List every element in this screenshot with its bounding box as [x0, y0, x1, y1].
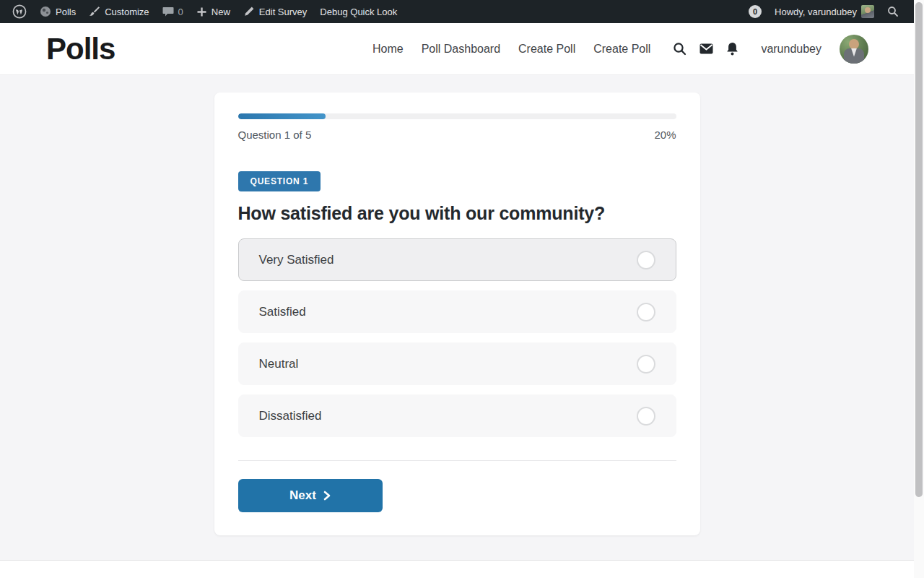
bell-icon[interactable] — [726, 42, 738, 56]
question-number-badge: QUESTION 1 — [238, 171, 321, 191]
question-title: How satisfied are you with our community… — [238, 203, 676, 224]
survey-card: Question 1 of 5 20% QUESTION 1 How satis… — [214, 92, 700, 535]
question-step-label: Question 1 of 5 — [238, 129, 312, 141]
footer-strip — [0, 560, 914, 578]
page: Polls Customize 0 New — [0, 0, 924, 578]
divider — [238, 460, 676, 461]
debug-quick-look-label: Debug Quick Look — [320, 7, 397, 17]
nav-icons — [673, 42, 738, 56]
customize-brush-icon — [89, 6, 100, 17]
updates-count-badge: 0 — [749, 5, 762, 18]
nav-poll-dashboard[interactable]: Poll Dashboard — [422, 43, 500, 56]
progress-percent-label: 20% — [654, 129, 676, 141]
option-label: Satisfied — [259, 305, 306, 319]
admin-bar-updates[interactable]: 0 — [742, 0, 768, 23]
admin-bar-left: Polls Customize 0 New — [6, 0, 404, 23]
howdy-label: Howdy, varundubey — [775, 7, 857, 17]
admin-bar-customize[interactable]: Customize — [82, 0, 155, 23]
radio-button[interactable] — [637, 251, 655, 269]
header-username[interactable]: varundubey — [761, 43, 821, 56]
option-satisfied[interactable]: Satisfied — [238, 290, 676, 333]
plus-icon — [196, 7, 207, 17]
header-search-icon[interactable] — [673, 42, 687, 56]
nav-create-poll-2[interactable]: Create Poll — [593, 43, 650, 56]
new-label: New — [212, 7, 230, 17]
comment-bubble-icon — [162, 7, 174, 17]
progress-labels: Question 1 of 5 20% — [238, 129, 676, 141]
nav-home[interactable]: Home — [372, 43, 404, 56]
admin-bar-search[interactable] — [881, 0, 905, 23]
admin-bar-site-name[interactable]: Polls — [33, 0, 82, 23]
radio-button[interactable] — [637, 355, 655, 374]
nav-create-poll-1[interactable]: Create Poll — [518, 43, 575, 56]
admin-bar-new[interactable]: New — [190, 0, 237, 23]
next-button[interactable]: Next — [238, 479, 383, 512]
main-nav: Home Poll Dashboard Create Poll Create P… — [372, 35, 868, 64]
admin-bar-debug-quick-look[interactable]: Debug Quick Look — [313, 0, 404, 23]
next-button-label: Next — [289, 488, 316, 503]
chevron-right-icon — [323, 491, 331, 501]
option-very-satisfied[interactable]: Very Satisfied — [238, 238, 676, 281]
wp-logo-menu[interactable] — [6, 0, 33, 23]
avatar-figure — [849, 39, 859, 49]
admin-bar-comments[interactable]: 0 — [156, 0, 190, 23]
edit-survey-label: Edit Survey — [259, 7, 307, 17]
radio-button[interactable] — [637, 407, 655, 426]
admin-bar-right: 0 Howdy, varundubey — [742, 0, 905, 23]
pencil-icon — [243, 6, 255, 17]
radio-button[interactable] — [637, 303, 655, 322]
admin-avatar — [861, 5, 874, 18]
progress-fill — [238, 113, 326, 119]
progress-bar-track — [238, 113, 676, 119]
option-dissatisfied[interactable]: Dissatisfied — [238, 394, 676, 437]
mail-icon[interactable] — [699, 43, 713, 54]
search-icon — [887, 6, 899, 17]
site-header: Polls Home Poll Dashboard Create Poll Cr… — [0, 23, 914, 75]
site-logo[interactable]: Polls — [46, 32, 115, 66]
scrollbar-thumb[interactable] — [915, 2, 923, 497]
customize-label: Customize — [105, 7, 149, 17]
option-label: Dissatisfied — [259, 409, 322, 423]
scrollbar-track[interactable] — [914, 0, 924, 578]
admin-bar-my-account[interactable]: Howdy, varundubey — [768, 0, 881, 23]
wp-admin-bar: Polls Customize 0 New — [0, 0, 914, 23]
option-neutral[interactable]: Neutral — [238, 342, 676, 385]
option-label: Very Satisfied — [259, 253, 334, 267]
admin-bar-edit-survey[interactable]: Edit Survey — [237, 0, 313, 23]
option-label: Neutral — [259, 357, 299, 371]
comment-count: 0 — [178, 7, 183, 17]
wordpress-logo-icon — [12, 4, 27, 19]
main-content: Question 1 of 5 20% QUESTION 1 How satis… — [0, 75, 914, 560]
admin-bar-site-label: Polls — [56, 7, 76, 17]
site-icon — [40, 6, 51, 17]
user-avatar[interactable] — [840, 35, 868, 64]
options-list: Very Satisfied Satisfied Neutral Dissati… — [238, 238, 676, 437]
